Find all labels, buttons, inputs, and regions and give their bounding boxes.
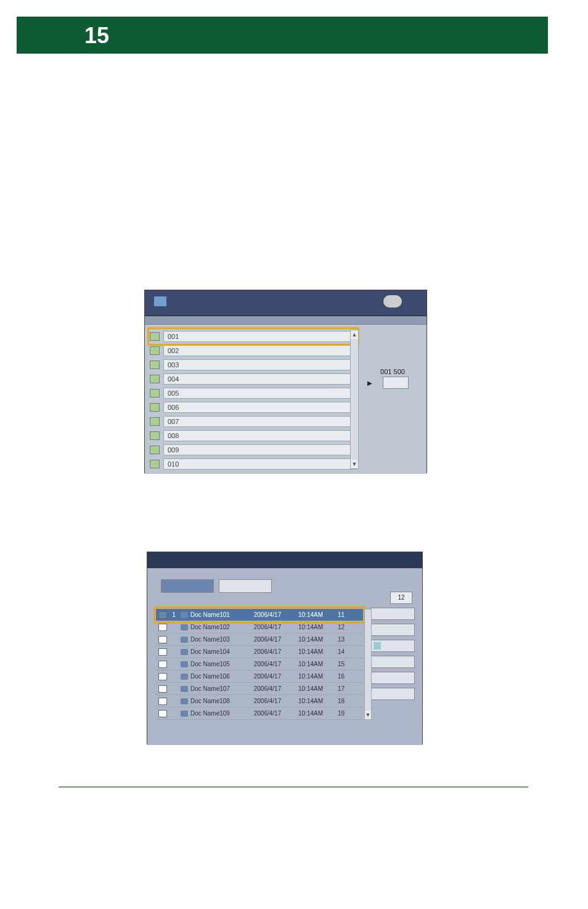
page-header: 15	[17, 17, 548, 54]
side-button[interactable]	[370, 608, 415, 620]
address-field[interactable]: 005	[163, 388, 357, 399]
checkbox[interactable]	[158, 611, 167, 619]
doc-name: Doc Name108	[190, 698, 246, 704]
address-field[interactable]: 003	[163, 359, 357, 370]
doc-panel-sep	[147, 568, 422, 574]
doc-date: 2006/4/17	[246, 698, 289, 704]
counter-label: 001 500	[367, 368, 418, 375]
address-field[interactable]: 001	[163, 331, 357, 342]
address-row[interactable]: 005	[150, 386, 357, 400]
doc-name: Doc Name105	[190, 661, 246, 667]
doc-icon	[181, 661, 188, 667]
address-row[interactable]: 002	[150, 344, 357, 357]
document-row[interactable]: Doc Name1042006/4/1710:14AM14	[156, 646, 363, 658]
doc-date: 2006/4/17	[246, 661, 289, 667]
address-row[interactable]: 001	[150, 330, 357, 343]
document-row[interactable]: Doc Name1062006/4/1710:14AM16	[156, 671, 363, 683]
doc-name: Doc Name102	[190, 624, 246, 630]
doc-icon	[181, 674, 188, 680]
doc-time: 10:14AM	[289, 611, 332, 618]
document-row[interactable]: Doc Name1032006/4/1710:14AM13	[156, 634, 363, 646]
address-row[interactable]: 003	[150, 358, 357, 372]
checkbox[interactable]	[158, 661, 167, 668]
panel-toolbar	[145, 290, 427, 316]
address-field[interactable]: 004	[163, 373, 357, 385]
address-field[interactable]: 009	[163, 444, 357, 455]
address-field[interactable]: 006	[163, 402, 357, 413]
doc-name: Doc Name107	[190, 685, 246, 692]
doc-num: 14	[332, 648, 347, 655]
address-list-panel: 001002003004005006007008009010 ▲ ▼ 001 5…	[144, 290, 427, 473]
send-icon[interactable]	[154, 296, 166, 306]
address-row[interactable]: 007	[150, 415, 357, 428]
document-row[interactable]: Doc Name1052006/4/1710:14AM15	[156, 658, 363, 671]
doc-time: 10:14AM	[289, 685, 332, 692]
doc-side-buttons: 12	[370, 592, 415, 704]
doc-tab-active[interactable]	[161, 579, 214, 593]
side-button[interactable]	[370, 656, 415, 668]
panel-body: 001002003004005006007008009010 ▲ ▼ 001 5…	[145, 325, 427, 474]
doc-name: Doc Name103	[190, 636, 246, 643]
address-field[interactable]: 010	[163, 459, 357, 470]
address-row[interactable]: 010	[150, 457, 357, 471]
address-field[interactable]: 007	[163, 416, 357, 427]
doc-time: 10:14AM	[289, 673, 332, 680]
checkbox[interactable]	[158, 624, 167, 631]
doc-scrollbar[interactable]: ▼	[364, 609, 372, 720]
checkbox[interactable]	[158, 698, 167, 705]
document-row[interactable]: Doc Name1082006/4/1710:14AM18	[156, 695, 363, 707]
folder-icon	[150, 389, 160, 397]
scroll-down-icon[interactable]: ▼	[365, 711, 371, 719]
doc-tab[interactable]	[219, 579, 272, 593]
side-button[interactable]	[370, 640, 415, 652]
address-field[interactable]: 002	[163, 345, 357, 356]
doc-num: 17	[332, 685, 347, 692]
checkbox[interactable]	[158, 636, 167, 643]
scrollbar[interactable]: ▲ ▼	[350, 330, 359, 469]
doc-panel-header	[147, 552, 422, 568]
doc-num: 19	[332, 710, 347, 717]
checkbox[interactable]	[158, 648, 167, 656]
folder-icon	[150, 332, 160, 341]
doc-name: Doc Name104	[190, 648, 246, 655]
document-row[interactable]: Doc Name1072006/4/1710:14AM17	[156, 683, 363, 695]
doc-icon	[181, 686, 188, 692]
folder-icon	[150, 460, 160, 468]
document-rows: 1Doc Name1012006/4/1710:14AM11Doc Name10…	[156, 609, 363, 720]
doc-time: 10:14AM	[289, 710, 332, 717]
doc-tabs	[161, 579, 272, 593]
keyboard-icon[interactable]	[383, 295, 402, 308]
scroll-down-icon[interactable]: ▼	[351, 460, 358, 468]
side-button[interactable]	[370, 688, 415, 700]
doc-num: 11	[332, 611, 347, 618]
address-row[interactable]: 009	[150, 443, 357, 457]
doc-time: 10:14AM	[289, 661, 332, 667]
address-row[interactable]: 006	[150, 401, 357, 414]
page-badge: 12	[390, 592, 412, 604]
address-row[interactable]: 008	[150, 429, 357, 442]
play-icon: ▶	[367, 380, 372, 386]
side-button[interactable]	[370, 624, 415, 636]
doc-date: 2006/4/17	[246, 685, 289, 692]
address-row[interactable]: 004	[150, 372, 357, 386]
doc-time: 10:14AM	[289, 636, 332, 643]
checkbox[interactable]	[158, 673, 167, 680]
doc-name: Doc Name106	[190, 673, 246, 680]
doc-panel-body: 12 1Doc Name1012006/4/1710:14AM11Doc Nam…	[147, 574, 422, 745]
document-row[interactable]: Doc Name1092006/4/1710:14AM19	[156, 707, 363, 720]
document-row[interactable]: 1Doc Name1012006/4/1710:14AM11	[156, 609, 363, 621]
scroll-up-icon[interactable]: ▲	[351, 330, 358, 339]
page-button[interactable]	[383, 377, 409, 389]
doc-num: 12	[332, 624, 347, 630]
doc-date: 2006/4/17	[246, 624, 289, 630]
doc-date: 2006/4/17	[246, 673, 289, 680]
address-field[interactable]: 008	[163, 430, 357, 441]
footer-divider	[59, 786, 528, 788]
address-row-list: 001002003004005006007008009010	[150, 330, 357, 471]
checkbox[interactable]	[158, 710, 167, 717]
side-button[interactable]	[370, 672, 415, 684]
checkbox[interactable]	[158, 685, 167, 693]
doc-num: 18	[332, 698, 347, 704]
document-row[interactable]: Doc Name1022006/4/1710:14AM12	[156, 621, 363, 634]
doc-time: 10:14AM	[289, 624, 332, 630]
